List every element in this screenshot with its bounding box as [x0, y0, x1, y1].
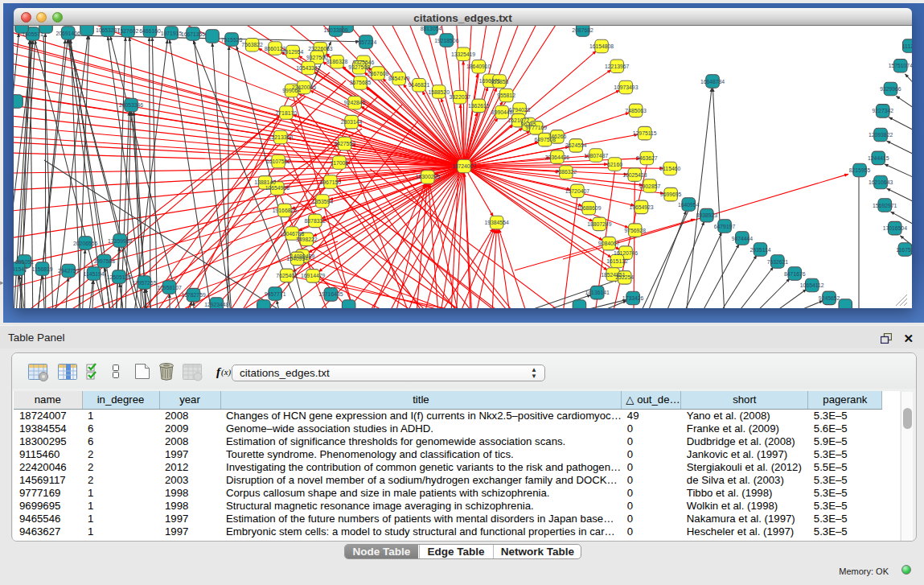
svg-text:1353594: 1353594	[312, 199, 334, 204]
svg-text:18300295: 18300295	[416, 174, 440, 179]
svg-text:17016504: 17016504	[883, 225, 907, 231]
svg-text:9474444: 9474444	[732, 236, 754, 241]
svg-text:9777169: 9777169	[526, 125, 548, 130]
svg-text:10958107: 10958107	[157, 285, 181, 290]
svg-text:12093822: 12093822	[869, 132, 893, 138]
svg-text:1640954: 1640954	[678, 202, 700, 208]
svg-text:2935114: 2935114	[750, 247, 771, 253]
svg-text:16782759: 16782759	[181, 292, 205, 298]
svg-text:1071915: 1071915	[161, 31, 183, 36]
svg-text:1244415: 1244415	[868, 155, 889, 161]
svg-text:8967150: 8967150	[320, 179, 342, 185]
svg-text:9115460: 9115460	[659, 166, 680, 171]
svg-text:7485063: 7485063	[625, 108, 647, 113]
svg-text:19166825: 19166825	[273, 208, 297, 213]
svg-text:16107553: 16107553	[266, 159, 290, 164]
svg-text:7515526: 7515526	[221, 37, 243, 43]
svg-text:8878332: 8878332	[305, 218, 326, 224]
svg-text:7625402: 7625402	[276, 273, 298, 278]
svg-text:20691406: 20691406	[56, 31, 80, 36]
svg-text:13325419: 13325419	[451, 51, 475, 57]
svg-text:9242845: 9242845	[344, 100, 366, 105]
svg-text:3822037: 3822037	[450, 94, 471, 100]
svg-text:6466160: 6466160	[139, 28, 161, 34]
svg-text:10543342: 10543342	[296, 65, 320, 71]
svg-text:252254: 252254	[615, 274, 634, 280]
svg-text:17957255: 17957255	[132, 280, 156, 286]
svg-text:10654908: 10654908	[265, 185, 290, 191]
svg-text:1156819: 1156819	[32, 266, 53, 272]
svg-text:10025438: 10025438	[622, 172, 647, 178]
svg-text:1527602: 1527602	[117, 28, 139, 34]
svg-text:7357224: 7357224	[355, 39, 377, 45]
svg-text:11121: 11121	[902, 43, 912, 49]
svg-text:1733426: 1733426	[622, 295, 644, 301]
svg-text:2087682: 2087682	[572, 27, 593, 33]
svg-text:7632621: 7632621	[767, 259, 789, 265]
svg-text:15720407: 15720407	[565, 188, 589, 194]
svg-text:1362615: 1362615	[468, 103, 490, 109]
svg-text:20364436: 20364436	[545, 154, 569, 160]
svg-text:18640910: 18640910	[466, 64, 491, 69]
svg-text:20206555: 20206555	[73, 241, 97, 246]
svg-text:19716485: 19716485	[318, 291, 343, 297]
svg-text:12505135: 12505135	[107, 274, 131, 280]
svg-text:2942757: 2942757	[58, 268, 80, 274]
svg-text:15751074: 15751074	[889, 63, 912, 68]
svg-text:9227342: 9227342	[873, 108, 894, 113]
svg-text:10046788: 10046788	[280, 231, 304, 237]
svg-text:16120746: 16120746	[614, 250, 638, 256]
svg-text:12923448: 12923448	[204, 302, 228, 307]
svg-text:8215955: 8215955	[849, 167, 871, 173]
svg-text:8813054: 8813054	[421, 26, 442, 31]
svg-text:1902857: 1902857	[639, 183, 661, 189]
svg-text:16648784: 16648784	[700, 79, 725, 84]
svg-text:9699695: 9699695	[660, 192, 682, 197]
svg-text:2867608: 2867608	[368, 71, 389, 76]
svg-text:717006: 717006	[330, 160, 348, 166]
svg-text:16671355: 16671355	[181, 31, 205, 37]
svg-text:9463627: 9463627	[636, 155, 658, 161]
svg-text:10973493: 10973493	[614, 84, 638, 90]
svg-text:19218506: 19218506	[434, 38, 458, 43]
svg-text:7563822: 7563822	[241, 42, 263, 47]
svg-text:9327500: 9327500	[306, 55, 328, 60]
svg-text:62160: 62160	[607, 162, 622, 167]
svg-text:14136141: 14136141	[585, 290, 610, 295]
svg-text:3675685: 3675685	[350, 80, 372, 85]
svg-text:955812: 955812	[497, 93, 515, 98]
svg-text:23226053: 23226053	[308, 46, 332, 51]
svg-text:991547: 991547	[14, 266, 27, 272]
svg-text:9329966: 9329966	[880, 86, 901, 92]
svg-text:3997588: 3997588	[93, 258, 115, 264]
svg-text:19654923: 19654923	[629, 204, 653, 210]
svg-text:19384554: 19384554	[484, 220, 508, 225]
svg-text:10688609: 10688609	[577, 205, 601, 211]
svg-text:18807249: 18807249	[587, 221, 611, 227]
svg-text:6479197: 6479197	[714, 224, 736, 229]
svg-text:20053346: 20053346	[119, 102, 143, 108]
svg-text:8454749: 8454749	[388, 76, 410, 81]
svg-text:17359938: 17359938	[108, 238, 132, 244]
svg-text:8427552: 8427552	[334, 141, 355, 146]
svg-text:116753: 116753	[896, 247, 912, 253]
svg-text:1388140: 1388140	[254, 179, 276, 185]
svg-text:18724007: 18724007	[452, 163, 476, 169]
svg-text:9245652: 9245652	[819, 295, 840, 301]
svg-text:10807487: 10807487	[584, 153, 608, 159]
svg-text:1405571: 1405571	[22, 31, 43, 37]
svg-text:12975115: 12975115	[633, 130, 657, 136]
svg-text:3624554: 3624554	[565, 142, 587, 148]
svg-text:9327508: 9327508	[348, 64, 370, 70]
svg-text:9146821: 9146821	[409, 82, 430, 88]
svg-text:12213967: 12213967	[605, 64, 629, 69]
svg-text:7386322: 7386322	[556, 169, 577, 175]
svg-text:9084067: 9084067	[598, 241, 620, 246]
svg-text:8912954: 8912954	[282, 49, 304, 55]
svg-text:8938923: 8938923	[696, 212, 718, 218]
svg-text:955853: 955853	[491, 79, 509, 84]
svg-text:16154808: 16154808	[589, 43, 614, 49]
svg-text:999064: 999064	[282, 88, 301, 93]
svg-text:15692971: 15692971	[873, 203, 897, 208]
svg-text:16914479: 16914479	[301, 273, 325, 278]
